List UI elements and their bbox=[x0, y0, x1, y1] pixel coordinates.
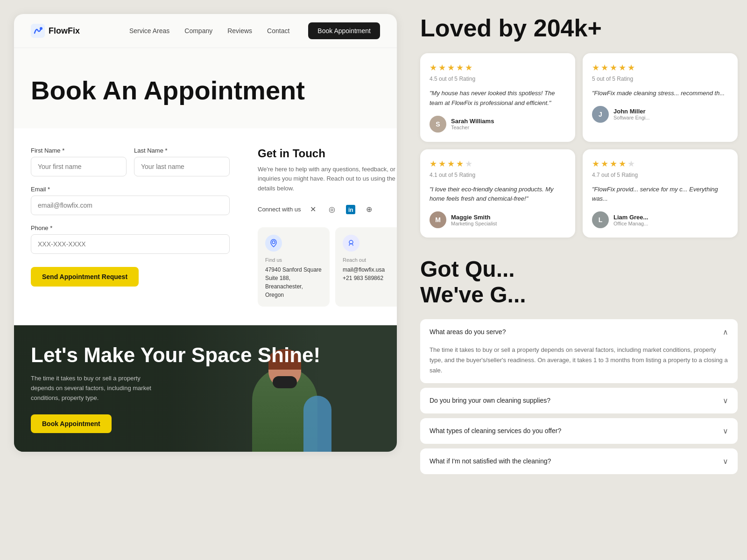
faq-section: Got Qu... We've G... What areas do you s… bbox=[420, 256, 738, 474]
connect-label: Connect with us bbox=[258, 206, 301, 213]
faq-chevron-icon: ∧ bbox=[723, 328, 728, 336]
footer-book-button[interactable]: Book Appointment bbox=[31, 414, 112, 433]
logo: FlowFix bbox=[31, 24, 80, 38]
left-panel: FlowFix Service Areas Company Reviews Co… bbox=[0, 0, 411, 560]
review-quote: "FlowFix provid... service for my c... E… bbox=[592, 185, 728, 204]
brand-name: FlowFix bbox=[49, 26, 80, 36]
star-4: ★ bbox=[619, 63, 626, 73]
faq-question-text: What areas do you serve? bbox=[430, 328, 506, 336]
loved-title: Loved by 204k+ bbox=[420, 14, 738, 42]
reach-out-card: Reach out mail@flowfix.usa +21 983 58986… bbox=[335, 227, 397, 307]
get-in-touch: Get in Touch We're here to help with any… bbox=[258, 147, 397, 307]
reviewer: M Maggie Smith Marketing Specialist bbox=[430, 211, 566, 228]
find-us-icon bbox=[265, 235, 282, 252]
svg-text:in: in bbox=[348, 207, 353, 213]
faq-item: What types of cleaning services do you o… bbox=[420, 418, 738, 444]
reviewer: S Sarah Williams Teacher bbox=[430, 116, 566, 133]
nav-company[interactable]: Company bbox=[184, 27, 212, 35]
stars: ★★★★★ bbox=[592, 159, 728, 169]
footer-content: Let's Make Your Space Shine! The time it… bbox=[31, 344, 320, 433]
nav-service-areas[interactable]: Service Areas bbox=[129, 27, 169, 35]
first-name-label: First Name * bbox=[31, 147, 127, 154]
book-appointment-button[interactable]: Book Appointment bbox=[308, 22, 380, 39]
linkedin-icon[interactable]: in bbox=[344, 203, 357, 216]
reviewer-avatar: M bbox=[430, 211, 446, 228]
reviewer: L Liam Gree... Office Manag... bbox=[592, 211, 728, 228]
faq-question[interactable]: Do you bring your own cleaning supplies?… bbox=[420, 388, 738, 413]
faq-chevron-icon: ∨ bbox=[723, 427, 728, 435]
form-left: First Name * Last Name * Email * Phone * bbox=[31, 147, 230, 307]
reach-out-label: Reach out bbox=[343, 257, 397, 263]
faq-chevron-icon: ∨ bbox=[723, 457, 728, 466]
stars: ★★★★★ bbox=[430, 159, 566, 169]
review-card: ★★★★★ 4.7 out of 5 Rating "FlowFix provi… bbox=[583, 149, 738, 238]
faq-question-text: Do you bring your own cleaning supplies? bbox=[430, 397, 550, 404]
reviewer-name: Sarah Williams bbox=[451, 118, 494, 125]
faq-item: What if I'm not satisfied with the clean… bbox=[420, 448, 738, 474]
star-4: ★ bbox=[456, 63, 464, 73]
nav-contact[interactable]: Contact bbox=[267, 27, 289, 35]
reviewer-role: Teacher bbox=[451, 125, 494, 130]
star-1: ★ bbox=[430, 159, 437, 169]
find-us-label: Find us bbox=[265, 257, 322, 263]
faq-question-text: What if I'm not satisfied with the clean… bbox=[430, 457, 551, 465]
reviewer-info: Maggie Smith Marketing Specialist bbox=[451, 214, 497, 226]
last-name-group: Last Name * bbox=[134, 147, 230, 176]
contact-heading: Get in Touch bbox=[258, 147, 397, 160]
send-appointment-button[interactable]: Send Appointment Request bbox=[31, 267, 139, 287]
reviewer-avatar: J bbox=[592, 106, 609, 123]
faq-list: What areas do you serve? ∧ The time it t… bbox=[420, 319, 738, 474]
faq-question[interactable]: What if I'm not satisfied with the clean… bbox=[420, 448, 738, 474]
find-us-card: Find us 47940 Sanford Square Suite 188, … bbox=[258, 227, 330, 307]
svg-point-1 bbox=[40, 27, 42, 30]
star-2: ★ bbox=[601, 159, 608, 169]
first-name-input[interactable] bbox=[31, 157, 127, 176]
address-text: 47940 Sanford Square Suite 188, Breanach… bbox=[265, 266, 322, 299]
rating-text: 4.7 out of 5 Rating bbox=[592, 172, 728, 178]
last-name-label: Last Name * bbox=[134, 147, 230, 154]
star-5: ★ bbox=[465, 159, 472, 169]
threads-icon[interactable]: ⊕ bbox=[363, 203, 376, 216]
faq-question[interactable]: What types of cleaning services do you o… bbox=[420, 418, 738, 444]
star-3: ★ bbox=[447, 63, 455, 73]
hero-section: Book An Appointment bbox=[14, 48, 397, 128]
faq-question-text: What types of cleaning services do you o… bbox=[430, 427, 561, 434]
star-1: ★ bbox=[430, 63, 437, 73]
reviewer-role: Office Manag... bbox=[613, 221, 648, 226]
reviewer-name: John Miller bbox=[613, 108, 650, 115]
reviewer-role: Marketing Specialist bbox=[451, 221, 497, 226]
star-3: ★ bbox=[447, 159, 455, 169]
connect-row: Connect with us ✕ ◎ in ⊕ bbox=[258, 203, 397, 216]
star-2: ★ bbox=[601, 63, 608, 73]
footer-description: The time it takes to buy or sell a prope… bbox=[31, 374, 162, 403]
star-4: ★ bbox=[456, 159, 464, 169]
star-4: ★ bbox=[619, 159, 626, 169]
star-1: ★ bbox=[592, 63, 599, 73]
star-1: ★ bbox=[592, 159, 599, 169]
stars: ★★★★★ bbox=[430, 63, 566, 73]
review-quote: "I love their eco-friendly cleaning prod… bbox=[430, 185, 566, 204]
instagram-icon[interactable]: ◎ bbox=[325, 203, 338, 216]
footer-cta-section: Let's Make Your Space Shine! The time it… bbox=[14, 325, 397, 452]
faq-answer: The time it takes to buy or sell a prope… bbox=[420, 345, 738, 383]
first-name-group: First Name * bbox=[31, 147, 127, 176]
star-2: ★ bbox=[438, 63, 446, 73]
review-card: ★★★★★ 4.1 out of 5 Rating "I love their … bbox=[420, 149, 575, 238]
logo-icon bbox=[31, 24, 45, 38]
reviewer-avatar: S bbox=[430, 116, 446, 133]
navbar: FlowFix Service Areas Company Reviews Co… bbox=[14, 14, 397, 48]
nav-reviews[interactable]: Reviews bbox=[227, 27, 252, 35]
phone-input[interactable] bbox=[31, 234, 230, 254]
rating-text: 4.5 out of 5 Rating bbox=[430, 76, 566, 82]
phone-label: Phone * bbox=[31, 224, 230, 231]
nav-links: Service Areas Company Reviews Contact bbox=[129, 27, 289, 35]
last-name-input[interactable] bbox=[134, 157, 230, 176]
review-card: ★★★★★ 4.5 out of 5 Rating "My house has … bbox=[420, 53, 575, 142]
svg-point-4 bbox=[272, 241, 275, 244]
contact-description: We're here to help with any questions, f… bbox=[258, 165, 397, 194]
reviewer-info: John Miller Software Engi... bbox=[613, 108, 650, 120]
faq-question[interactable]: What areas do you serve? ∧ bbox=[420, 319, 738, 345]
contact-cards: Find us 47940 Sanford Square Suite 188, … bbox=[258, 227, 397, 307]
twitter-icon[interactable]: ✕ bbox=[307, 203, 320, 216]
email-input[interactable] bbox=[31, 196, 230, 215]
